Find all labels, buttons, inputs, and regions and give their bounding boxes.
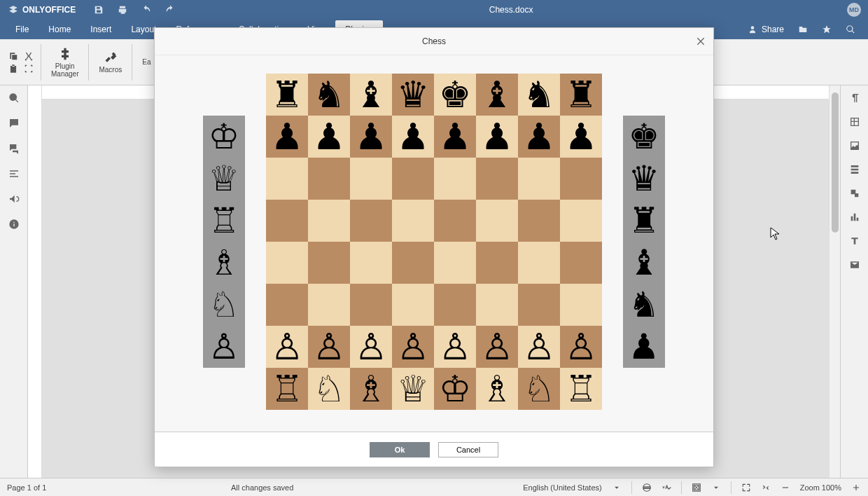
modal-header: Chess [155, 28, 713, 55]
close-icon[interactable] [695, 36, 706, 47]
square-6-2[interactable]: ♙ [350, 326, 392, 368]
captured-bn: ♞ [623, 284, 665, 326]
square-7-3[interactable]: ♕ [392, 368, 434, 410]
square-7-5[interactable]: ♗ [476, 368, 518, 410]
chess-modal: Chess ♔♕♖♗♘♙ ♜♞♝♛♚♝♞♜♟♟♟♟♟♟♟♟♙♙♙♙♙♙♙♙♖♘♗… [154, 27, 714, 467]
chess-area: ♔♕♖♗♘♙ ♜♞♝♛♚♝♞♜♟♟♟♟♟♟♟♟♙♙♙♙♙♙♙♙♖♘♗♕♔♗♘♖ … [203, 74, 665, 410]
square-7-0[interactable]: ♖ [266, 368, 308, 410]
square-5-7[interactable] [560, 284, 602, 326]
square-1-2[interactable]: ♟ [350, 116, 392, 158]
square-2-2[interactable] [350, 158, 392, 200]
square-1-7[interactable]: ♟ [560, 116, 602, 158]
square-3-1[interactable] [308, 200, 350, 242]
square-7-7[interactable]: ♖ [560, 368, 602, 410]
square-5-6[interactable] [518, 284, 560, 326]
square-6-6[interactable]: ♙ [518, 326, 560, 368]
square-4-1[interactable] [308, 242, 350, 284]
square-1-0[interactable]: ♟ [266, 116, 308, 158]
square-1-4[interactable]: ♟ [434, 116, 476, 158]
square-2-5[interactable] [476, 158, 518, 200]
square-4-5[interactable] [476, 242, 518, 284]
square-1-1[interactable]: ♟ [308, 116, 350, 158]
square-3-7[interactable] [560, 200, 602, 242]
captured-bp: ♟ [623, 326, 665, 368]
square-7-2[interactable]: ♗ [350, 368, 392, 410]
square-0-7[interactable]: ♜ [560, 74, 602, 116]
square-3-0[interactable] [266, 200, 308, 242]
captured-wq: ♕ [203, 158, 245, 200]
captured-bq: ♛ [623, 158, 665, 200]
square-2-6[interactable] [518, 158, 560, 200]
square-2-7[interactable] [560, 158, 602, 200]
square-4-0[interactable] [266, 242, 308, 284]
modal-title: Chess [422, 36, 446, 46]
square-3-5[interactable] [476, 200, 518, 242]
square-7-1[interactable]: ♘ [308, 368, 350, 410]
square-3-2[interactable] [350, 200, 392, 242]
square-6-1[interactable]: ♙ [308, 326, 350, 368]
square-4-2[interactable] [350, 242, 392, 284]
captured-wk: ♔ [203, 116, 245, 158]
captured-black: ♚♛♜♝♞♟ [623, 116, 665, 368]
square-2-0[interactable] [266, 158, 308, 200]
square-5-4[interactable] [434, 284, 476, 326]
modal-footer: Ok Cancel [155, 432, 713, 467]
square-7-4[interactable]: ♔ [434, 368, 476, 410]
square-6-3[interactable]: ♙ [392, 326, 434, 368]
square-4-7[interactable] [560, 242, 602, 284]
ok-button[interactable]: Ok [370, 442, 430, 457]
square-5-3[interactable] [392, 284, 434, 326]
square-2-3[interactable] [392, 158, 434, 200]
square-7-6[interactable]: ♘ [518, 368, 560, 410]
modal-body: ♔♕♖♗♘♙ ♜♞♝♛♚♝♞♜♟♟♟♟♟♟♟♟♙♙♙♙♙♙♙♙♖♘♗♕♔♗♘♖ … [155, 55, 713, 432]
square-2-1[interactable] [308, 158, 350, 200]
square-6-0[interactable]: ♙ [266, 326, 308, 368]
captured-wr: ♖ [203, 200, 245, 242]
captured-wb: ♗ [203, 242, 245, 284]
square-6-4[interactable]: ♙ [434, 326, 476, 368]
square-0-4[interactable]: ♚ [434, 74, 476, 116]
square-6-7[interactable]: ♙ [560, 326, 602, 368]
square-3-6[interactable] [518, 200, 560, 242]
square-5-1[interactable] [308, 284, 350, 326]
square-4-3[interactable] [392, 242, 434, 284]
square-0-3[interactable]: ♛ [392, 74, 434, 116]
square-0-1[interactable]: ♞ [308, 74, 350, 116]
captured-br: ♜ [623, 200, 665, 242]
square-1-5[interactable]: ♟ [476, 116, 518, 158]
square-1-3[interactable]: ♟ [392, 116, 434, 158]
cancel-button[interactable]: Cancel [438, 442, 498, 457]
square-2-4[interactable] [434, 158, 476, 200]
square-0-5[interactable]: ♝ [476, 74, 518, 116]
chess-board[interactable]: ♜♞♝♛♚♝♞♜♟♟♟♟♟♟♟♟♙♙♙♙♙♙♙♙♖♘♗♕♔♗♘♖ [266, 74, 602, 410]
square-1-6[interactable]: ♟ [518, 116, 560, 158]
modal-backdrop: Chess ♔♕♖♗♘♙ ♜♞♝♛♚♝♞♜♟♟♟♟♟♟♟♟♙♙♙♙♙♙♙♙♖♘♗… [0, 0, 868, 496]
square-5-5[interactable] [476, 284, 518, 326]
captured-bk: ♚ [623, 116, 665, 158]
captured-white: ♔♕♖♗♘♙ [203, 116, 245, 368]
square-5-0[interactable] [266, 284, 308, 326]
square-0-6[interactable]: ♞ [518, 74, 560, 116]
square-0-0[interactable]: ♜ [266, 74, 308, 116]
square-3-3[interactable] [392, 200, 434, 242]
square-4-6[interactable] [518, 242, 560, 284]
square-6-5[interactable]: ♙ [476, 326, 518, 368]
captured-wp: ♙ [203, 326, 245, 368]
square-0-2[interactable]: ♝ [350, 74, 392, 116]
captured-bb: ♝ [623, 242, 665, 284]
square-3-4[interactable] [434, 200, 476, 242]
square-5-2[interactable] [350, 284, 392, 326]
square-4-4[interactable] [434, 242, 476, 284]
captured-wn: ♘ [203, 284, 245, 326]
